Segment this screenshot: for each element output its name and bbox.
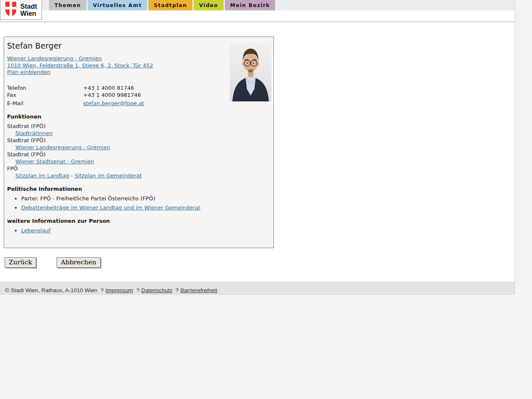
- link-separator: -: [69, 172, 74, 179]
- copyright-text: © Stadt Wien, Rathaus, A-1010 Wien: [5, 287, 97, 293]
- stadt-wien-logo[interactable]: Stadt Wien: [0, 0, 42, 20]
- button-row: Zurück Abbrechen: [5, 257, 515, 268]
- more-info-heading: weitere Informationen zur Person: [7, 217, 271, 224]
- gremien-link[interactable]: Wiener Landesregierung - Gremien: [7, 55, 102, 62]
- wien-shield-icon: [5, 1, 17, 19]
- datenschutz-link[interactable]: Datenschutz: [141, 287, 172, 293]
- party-item: Partei: FPÖ - Freiheitliche Partei Öster…: [21, 195, 271, 202]
- phone-label: Telefon: [7, 84, 83, 91]
- debates-item: Debattenbeiträge im Wiener Landtag und i…: [21, 204, 271, 211]
- more-info-list: Lebenslauf: [7, 227, 271, 234]
- lebenslauf-link[interactable]: Lebenslauf: [21, 227, 51, 234]
- page-container: Themen Virtuelles Amt Stadtplan Video Me…: [0, 0, 515, 295]
- cv-item: Lebenslauf: [21, 227, 271, 234]
- cancel-button[interactable]: Abbrechen: [57, 257, 100, 268]
- barrierefreiheit-link[interactable]: Barrierefreiheit: [180, 287, 217, 293]
- tab-mein-bezirk[interactable]: Mein Bezirk: [225, 0, 276, 10]
- tab-band: Themen Virtuelles Amt Stadtplan Video Me…: [0, 0, 515, 10]
- stadtsenat-gremien-link[interactable]: Wiener Stadtsenat - Gremien: [15, 158, 94, 165]
- tab-virtuelles-amt[interactable]: Virtuelles Amt: [88, 0, 148, 10]
- tab-stadtplan[interactable]: Stadtplan: [148, 0, 192, 10]
- logo-wordmark: Stadt Wien: [20, 3, 37, 17]
- phone-value: +43 1 4000 81746: [83, 84, 134, 91]
- impressum-link[interactable]: Impressum: [106, 287, 133, 293]
- back-button[interactable]: Zurück: [5, 257, 36, 268]
- function-role: Stadtrat (FPÖ): [7, 151, 271, 158]
- email-label: E-Mail: [7, 100, 83, 107]
- functions-list: Stadtrat (FPÖ) StadträtInnen Stadtrat (F…: [7, 123, 271, 179]
- debattenbeitraege-link[interactable]: Debattenbeiträge im Wiener Landtag und i…: [21, 204, 200, 211]
- function-role: Stadtrat (FPÖ): [7, 123, 271, 130]
- email-link[interactable]: stefan.berger@fpoe.at: [83, 100, 144, 107]
- function-role: FPÖ: [7, 165, 271, 172]
- header-spacer: [0, 10, 515, 22]
- plan-einblenden-link[interactable]: Plan einblenden: [7, 69, 50, 75]
- profile-photo: [230, 43, 271, 101]
- tab-themen[interactable]: Themen: [49, 0, 86, 10]
- footer-separator: ?: [136, 287, 140, 293]
- fax-label: Fax: [7, 91, 83, 99]
- footer-separator: ?: [175, 287, 179, 293]
- sitzplan-gemeinderat-link[interactable]: Sitzplan im Gemeinderat: [74, 172, 142, 179]
- profile-card: Stefan Berger Wiener Landesregierung - G…: [4, 37, 274, 248]
- main-nav: Themen Virtuelles Amt Stadtplan Video Me…: [49, 0, 515, 10]
- political-info-list: Partei: FPÖ - Freiheitliche Partei Öster…: [7, 195, 271, 211]
- address-link[interactable]: 1010 Wien, Felderstraße 1, Stiege 6, 2. …: [7, 62, 153, 69]
- stadtraetinnen-link[interactable]: StadträtInnen: [15, 130, 53, 136]
- footer-separator: ?: [101, 287, 104, 293]
- landesregierung-gremien-link[interactable]: Wiener Landesregierung - Gremien: [15, 144, 110, 150]
- sitzplan-landtag-link[interactable]: Sitzplan im Landtag: [15, 172, 69, 179]
- footer: © Stadt Wien, Rathaus, A-1010 Wien ?Impr…: [0, 282, 515, 295]
- main-content: Stefan Berger Wiener Landesregierung - G…: [0, 22, 515, 282]
- fax-value: +43 1 4000 9981746: [83, 91, 141, 99]
- functions-heading: Funktionen: [7, 113, 271, 120]
- function-role: Stadtrat (FPÖ): [7, 137, 271, 144]
- political-info-heading: Politische Informationen: [7, 185, 271, 192]
- tab-video[interactable]: Video: [194, 0, 224, 10]
